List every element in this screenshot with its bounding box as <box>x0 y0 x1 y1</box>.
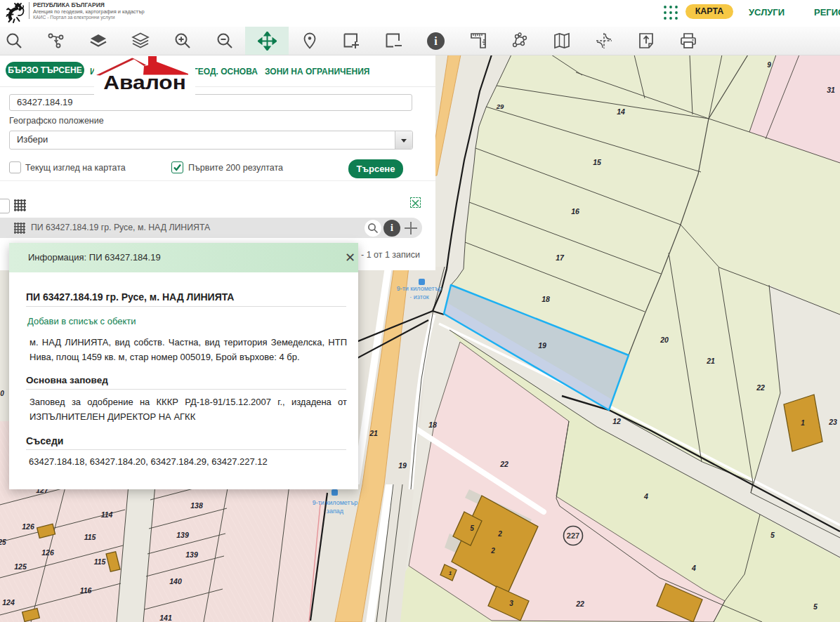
svg-text:2: 2 <box>497 530 502 538</box>
svg-text:126: 126 <box>41 548 54 557</box>
svg-text:125: 125 <box>14 562 27 571</box>
svg-text:114: 114 <box>101 510 113 519</box>
svg-text:1: 1 <box>801 419 805 427</box>
svg-text:124: 124 <box>2 598 15 607</box>
svg-text:138: 138 <box>190 501 203 510</box>
svg-text:16: 16 <box>571 207 579 216</box>
svg-text:1: 1 <box>449 570 452 576</box>
svg-text:21: 21 <box>369 429 378 437</box>
svg-text:9-ти километър: 9-ти километър <box>313 499 358 506</box>
svg-text:140: 140 <box>169 577 182 585</box>
svg-text:25: 25 <box>0 538 6 546</box>
svg-text:115: 115 <box>94 557 106 566</box>
svg-text:23: 23 <box>828 418 837 426</box>
svg-text:5: 5 <box>770 531 775 539</box>
svg-text:18: 18 <box>428 421 437 429</box>
svg-text:29: 29 <box>496 102 504 110</box>
svg-text:18: 18 <box>542 295 550 303</box>
svg-text:22: 22 <box>575 600 584 608</box>
svg-text:15: 15 <box>593 158 601 166</box>
svg-text:20: 20 <box>659 336 669 344</box>
svg-text:22: 22 <box>756 383 765 392</box>
svg-text:141: 141 <box>159 614 172 622</box>
svg-text:9: 9 <box>767 61 771 69</box>
svg-text:5: 5 <box>813 602 818 611</box>
svg-text:4: 4 <box>643 492 648 501</box>
svg-text:0: 0 <box>0 390 4 397</box>
svg-text:14: 14 <box>617 107 625 116</box>
svg-text:4: 4 <box>691 564 696 572</box>
svg-text:2: 2 <box>490 547 495 555</box>
svg-text:126: 126 <box>22 522 34 531</box>
svg-text:3: 3 <box>509 600 513 607</box>
svg-text:19: 19 <box>398 461 407 470</box>
svg-text:12: 12 <box>612 417 621 425</box>
svg-text:19: 19 <box>538 341 546 350</box>
svg-text:31: 31 <box>827 86 835 94</box>
svg-text:9-ти километър: 9-ти километър <box>397 285 442 292</box>
svg-text:22: 22 <box>499 460 508 468</box>
svg-text:запад: запад <box>327 508 344 515</box>
svg-text:21: 21 <box>706 357 715 365</box>
svg-text:116: 116 <box>80 586 92 595</box>
svg-text:17: 17 <box>556 253 565 262</box>
svg-text:5: 5 <box>470 524 474 532</box>
svg-text:Авалон: Авалон <box>103 72 186 93</box>
svg-text:· изток: · изток <box>409 293 429 300</box>
svg-text:139: 139 <box>176 531 189 539</box>
svg-text:115: 115 <box>84 533 96 541</box>
svg-text:139: 139 <box>185 550 198 559</box>
svg-text:227: 227 <box>567 531 579 540</box>
